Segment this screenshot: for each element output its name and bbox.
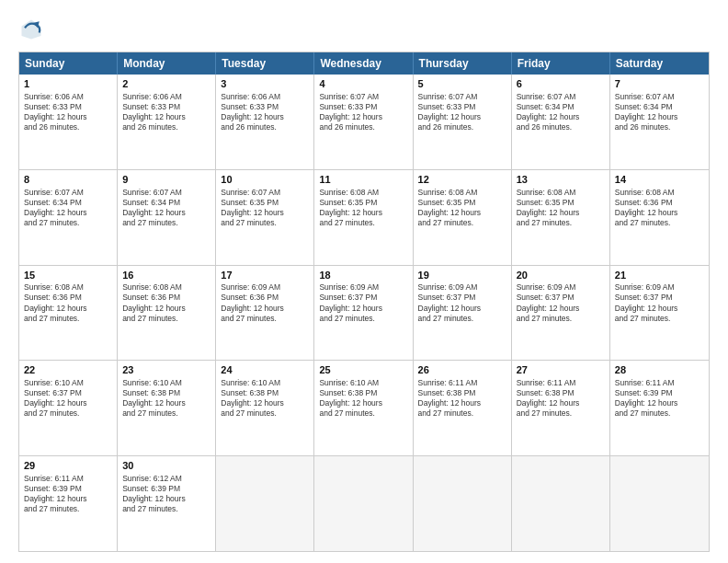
- day-number: 17: [221, 269, 309, 282]
- calendar-day-cell: 22Sunrise: 6:10 AM Sunset: 6:37 PM Dayli…: [19, 361, 118, 455]
- calendar-day-cell: 10Sunrise: 6:07 AM Sunset: 6:35 PM Dayli…: [216, 170, 314, 265]
- day-info: Sunrise: 6:10 AM Sunset: 6:38 PM Dayligh…: [221, 378, 309, 419]
- day-number: 15: [24, 269, 112, 282]
- day-info: Sunrise: 6:07 AM Sunset: 6:34 PM Dayligh…: [517, 92, 605, 132]
- day-number: 4: [319, 77, 407, 91]
- calendar-day-cell: 24Sunrise: 6:10 AM Sunset: 6:38 PM Dayli…: [216, 361, 314, 455]
- calendar-day-cell: 25Sunrise: 6:10 AM Sunset: 6:38 PM Dayli…: [314, 361, 413, 455]
- empty-cell: [512, 456, 610, 551]
- day-number: 29: [24, 459, 112, 473]
- calendar-body: 1Sunrise: 6:06 AM Sunset: 6:33 PM Daylig…: [19, 75, 709, 551]
- calendar-day-cell: 6Sunrise: 6:07 AM Sunset: 6:34 PM Daylig…: [512, 75, 610, 169]
- day-number: 16: [122, 269, 210, 282]
- day-number: 22: [24, 363, 112, 377]
- weekday-header: Sunday: [19, 52, 118, 75]
- day-info: Sunrise: 6:06 AM Sunset: 6:33 PM Dayligh…: [122, 92, 210, 132]
- day-info: Sunrise: 6:08 AM Sunset: 6:36 PM Dayligh…: [122, 282, 210, 323]
- day-number: 3: [221, 77, 309, 91]
- day-info: Sunrise: 6:08 AM Sunset: 6:35 PM Dayligh…: [319, 188, 407, 228]
- day-info: Sunrise: 6:06 AM Sunset: 6:33 PM Dayligh…: [221, 92, 309, 132]
- day-number: 7: [615, 77, 704, 91]
- calendar-day-cell: 8Sunrise: 6:07 AM Sunset: 6:34 PM Daylig…: [19, 170, 118, 265]
- day-info: Sunrise: 6:10 AM Sunset: 6:38 PM Dayligh…: [319, 378, 407, 419]
- day-number: 10: [221, 173, 309, 187]
- day-number: 14: [615, 173, 704, 187]
- day-number: 21: [615, 269, 704, 282]
- day-info: Sunrise: 6:06 AM Sunset: 6:33 PM Dayligh…: [24, 92, 112, 132]
- calendar-day-cell: 4Sunrise: 6:07 AM Sunset: 6:33 PM Daylig…: [314, 75, 413, 169]
- day-info: Sunrise: 6:07 AM Sunset: 6:34 PM Dayligh…: [122, 188, 210, 228]
- calendar-day-cell: 11Sunrise: 6:08 AM Sunset: 6:35 PM Dayli…: [314, 170, 413, 265]
- day-info: Sunrise: 6:07 AM Sunset: 6:33 PM Dayligh…: [319, 92, 407, 132]
- calendar-grid: SundayMondayTuesdayWednesdayThursdayFrid…: [18, 52, 710, 552]
- calendar-day-cell: 2Sunrise: 6:06 AM Sunset: 6:33 PM Daylig…: [118, 75, 216, 169]
- calendar-day-cell: 27Sunrise: 6:11 AM Sunset: 6:38 PM Dayli…: [512, 361, 610, 455]
- calendar-day-cell: 21Sunrise: 6:09 AM Sunset: 6:37 PM Dayli…: [610, 266, 709, 361]
- day-info: Sunrise: 6:09 AM Sunset: 6:36 PM Dayligh…: [221, 282, 309, 323]
- weekday-header: Monday: [118, 52, 216, 75]
- day-info: Sunrise: 6:08 AM Sunset: 6:36 PM Dayligh…: [615, 188, 704, 228]
- day-info: Sunrise: 6:09 AM Sunset: 6:37 PM Dayligh…: [319, 282, 407, 323]
- day-number: 5: [418, 77, 506, 91]
- logo: [18, 17, 48, 42]
- calendar-day-cell: 7Sunrise: 6:07 AM Sunset: 6:34 PM Daylig…: [610, 75, 709, 169]
- calendar-row: 22Sunrise: 6:10 AM Sunset: 6:37 PM Dayli…: [19, 360, 709, 455]
- day-number: 20: [517, 269, 605, 282]
- calendar-day-cell: 29Sunrise: 6:11 AM Sunset: 6:39 PM Dayli…: [19, 456, 118, 551]
- day-number: 19: [418, 269, 506, 282]
- calendar-day-cell: 14Sunrise: 6:08 AM Sunset: 6:36 PM Dayli…: [610, 170, 709, 265]
- weekday-header: Saturday: [610, 52, 709, 75]
- day-number: 6: [517, 77, 605, 91]
- day-info: Sunrise: 6:11 AM Sunset: 6:38 PM Dayligh…: [418, 378, 506, 419]
- calendar-row: 29Sunrise: 6:11 AM Sunset: 6:39 PM Dayli…: [19, 455, 709, 551]
- day-number: 27: [517, 363, 605, 377]
- day-info: Sunrise: 6:09 AM Sunset: 6:37 PM Dayligh…: [615, 282, 704, 323]
- day-info: Sunrise: 6:10 AM Sunset: 6:38 PM Dayligh…: [122, 378, 210, 419]
- calendar-day-cell: 16Sunrise: 6:08 AM Sunset: 6:36 PM Dayli…: [118, 266, 216, 361]
- day-number: 26: [418, 363, 506, 377]
- day-info: Sunrise: 6:07 AM Sunset: 6:34 PM Dayligh…: [615, 92, 704, 132]
- calendar-day-cell: 23Sunrise: 6:10 AM Sunset: 6:38 PM Dayli…: [118, 361, 216, 455]
- calendar-day-cell: 28Sunrise: 6:11 AM Sunset: 6:39 PM Dayli…: [610, 361, 709, 455]
- day-info: Sunrise: 6:08 AM Sunset: 6:35 PM Dayligh…: [418, 188, 506, 228]
- calendar-row: 8Sunrise: 6:07 AM Sunset: 6:34 PM Daylig…: [19, 169, 709, 265]
- day-number: 13: [517, 173, 605, 187]
- day-number: 12: [418, 173, 506, 187]
- calendar-day-cell: 18Sunrise: 6:09 AM Sunset: 6:37 PM Dayli…: [314, 266, 413, 361]
- day-number: 30: [122, 459, 210, 473]
- day-info: Sunrise: 6:07 AM Sunset: 6:35 PM Dayligh…: [221, 188, 309, 228]
- calendar-day-cell: 12Sunrise: 6:08 AM Sunset: 6:35 PM Dayli…: [414, 170, 512, 265]
- empty-cell: [414, 456, 512, 551]
- day-number: 1: [24, 77, 112, 91]
- day-number: 2: [122, 77, 210, 91]
- day-number: 28: [615, 363, 704, 377]
- calendar-day-cell: 30Sunrise: 6:12 AM Sunset: 6:39 PM Dayli…: [118, 456, 216, 551]
- day-number: 25: [319, 363, 407, 377]
- weekday-header: Friday: [512, 52, 610, 75]
- day-info: Sunrise: 6:07 AM Sunset: 6:33 PM Dayligh…: [418, 92, 506, 132]
- day-number: 8: [24, 173, 112, 187]
- calendar-day-cell: 9Sunrise: 6:07 AM Sunset: 6:34 PM Daylig…: [118, 170, 216, 265]
- day-number: 18: [319, 269, 407, 282]
- calendar-row: 1Sunrise: 6:06 AM Sunset: 6:33 PM Daylig…: [19, 75, 709, 169]
- weekday-header: Wednesday: [314, 52, 413, 75]
- day-number: 11: [319, 173, 407, 187]
- day-info: Sunrise: 6:07 AM Sunset: 6:34 PM Dayligh…: [24, 188, 112, 228]
- day-info: Sunrise: 6:12 AM Sunset: 6:39 PM Dayligh…: [122, 474, 210, 514]
- empty-cell: [610, 456, 709, 551]
- day-info: Sunrise: 6:08 AM Sunset: 6:36 PM Dayligh…: [24, 282, 112, 323]
- calendar-day-cell: 17Sunrise: 6:09 AM Sunset: 6:36 PM Dayli…: [216, 266, 314, 361]
- day-number: 9: [122, 173, 210, 187]
- empty-cell: [216, 456, 314, 551]
- calendar-day-cell: 5Sunrise: 6:07 AM Sunset: 6:33 PM Daylig…: [414, 75, 512, 169]
- calendar-day-cell: 1Sunrise: 6:06 AM Sunset: 6:33 PM Daylig…: [19, 75, 118, 169]
- day-info: Sunrise: 6:08 AM Sunset: 6:35 PM Dayligh…: [517, 188, 605, 228]
- page-header: [18, 17, 710, 42]
- weekday-header: Thursday: [414, 52, 512, 75]
- calendar-day-cell: 3Sunrise: 6:06 AM Sunset: 6:33 PM Daylig…: [216, 75, 314, 169]
- day-info: Sunrise: 6:11 AM Sunset: 6:38 PM Dayligh…: [517, 378, 605, 419]
- calendar-row: 15Sunrise: 6:08 AM Sunset: 6:36 PM Dayli…: [19, 265, 709, 361]
- day-number: 23: [122, 363, 210, 377]
- calendar-page: SundayMondayTuesdayWednesdayThursdayFrid…: [0, 0, 728, 563]
- calendar-day-cell: 15Sunrise: 6:08 AM Sunset: 6:36 PM Dayli…: [19, 266, 118, 361]
